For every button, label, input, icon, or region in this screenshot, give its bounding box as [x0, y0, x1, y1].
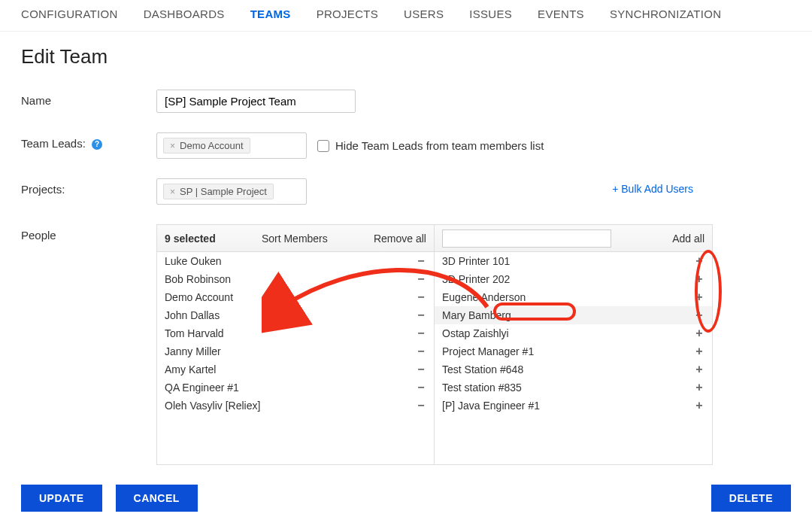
page-title: Edit Team: [21, 45, 791, 68]
member-name: Janny Miller: [165, 345, 221, 357]
remove-member-icon[interactable]: −: [416, 345, 426, 358]
selected-member-row[interactable]: Demo Account−: [157, 288, 434, 306]
team-name-input[interactable]: [156, 90, 356, 113]
label-team-leads: Team Leads: ?: [21, 132, 156, 150]
member-name: 3D Printer 202: [442, 273, 510, 285]
member-name: Test Station #648: [442, 363, 523, 375]
member-name: Mary Bamberg: [442, 309, 511, 321]
selected-member-row[interactable]: Oleh Vasyliv [Reliex]−: [157, 397, 434, 415]
bulk-add-users-link[interactable]: + Bulk Add Users: [612, 183, 693, 195]
member-name: Project Manager #1: [442, 345, 534, 357]
selected-members-pane: 9 selected Sort Members Remove all Luke …: [157, 225, 435, 464]
nav-item-users[interactable]: USERS: [404, 8, 444, 20]
member-name: Ostap Zaishlyi: [442, 327, 509, 339]
remove-member-icon[interactable]: −: [416, 381, 426, 394]
nav-item-synchronization[interactable]: SYNCHRONIZATION: [610, 8, 721, 20]
people-dual-list: 9 selected Sort Members Remove all Luke …: [156, 224, 713, 465]
remove-tag-icon[interactable]: ×: [170, 187, 175, 197]
add-all-link[interactable]: Add all: [672, 233, 704, 245]
nav-item-dashboards[interactable]: DASHBOARDS: [144, 8, 225, 20]
available-member-row[interactable]: Project Manager #1+: [435, 342, 712, 360]
add-member-icon[interactable]: +: [694, 290, 704, 304]
row-name: Name: [21, 90, 791, 113]
available-member-row[interactable]: Eugene Anderson+: [435, 288, 712, 306]
remove-tag-icon[interactable]: ×: [170, 141, 175, 151]
nav-item-issues[interactable]: ISSUES: [469, 8, 512, 20]
member-name: Amy Kartel: [165, 363, 216, 375]
add-member-icon[interactable]: +: [694, 381, 704, 394]
selected-member-row[interactable]: Janny Miller−: [157, 342, 434, 360]
remove-member-icon[interactable]: −: [416, 290, 426, 304]
available-member-row[interactable]: Test station #835+: [435, 378, 712, 397]
available-member-row[interactable]: Test Station #648+: [435, 360, 712, 378]
nav-item-events[interactable]: EVENTS: [538, 8, 584, 20]
selected-count: 9 selected: [165, 233, 216, 245]
add-member-icon[interactable]: +: [694, 399, 704, 412]
project-tag[interactable]: × SP | Sample Project: [163, 184, 274, 199]
add-member-icon[interactable]: +: [694, 272, 704, 286]
add-member-icon[interactable]: +: [694, 254, 704, 268]
remove-member-icon[interactable]: −: [416, 254, 426, 268]
nav-item-teams[interactable]: TEAMS: [250, 8, 291, 20]
add-member-icon[interactable]: +: [694, 345, 704, 358]
available-member-row[interactable]: Ostap Zaishlyi+: [435, 324, 712, 342]
remove-all-link[interactable]: Remove all: [374, 233, 426, 245]
selected-member-row[interactable]: John Dallas−: [157, 306, 434, 324]
selected-rows: Luke Ouken−Bob Robinson−Demo Account−Joh…: [157, 252, 434, 464]
selected-member-row[interactable]: Luke Ouken−: [157, 252, 434, 270]
member-name: John Dallas: [165, 309, 220, 321]
label-name: Name: [21, 90, 156, 107]
help-icon[interactable]: ?: [92, 139, 102, 150]
remove-member-icon[interactable]: −: [416, 272, 426, 286]
selected-member-row[interactable]: QA Engineer #1−: [157, 378, 434, 397]
top-nav: CONFIGURATIONDASHBOARDSTEAMSPROJECTSUSER…: [0, 0, 812, 32]
selected-member-row[interactable]: Tom Harvald−: [157, 324, 434, 342]
available-member-row[interactable]: [P] Java Engineer #1+: [435, 397, 712, 415]
add-member-icon[interactable]: +: [694, 327, 704, 340]
member-name: QA Engineer #1: [165, 382, 239, 394]
add-member-icon[interactable]: +: [694, 363, 704, 376]
member-name: Eugene Anderson: [442, 291, 526, 303]
row-team-leads: Team Leads: ? × Demo Account Hide Team L…: [21, 132, 791, 159]
nav-item-projects[interactable]: PROJECTS: [317, 8, 378, 20]
label-projects: Projects:: [21, 178, 156, 196]
available-member-row[interactable]: Mary Bamberg+: [435, 306, 712, 324]
remove-member-icon[interactable]: −: [416, 309, 426, 322]
available-member-row[interactable]: 3D Printer 202+: [435, 270, 712, 288]
member-name: [P] Java Engineer #1: [442, 400, 540, 412]
row-projects: Projects: × SP | Sample Project + Bulk A…: [21, 178, 791, 205]
selected-pane-header: 9 selected Sort Members Remove all: [157, 225, 434, 252]
add-member-icon[interactable]: +: [694, 309, 704, 322]
available-filter-input[interactable]: [442, 230, 611, 248]
projects-tagbox[interactable]: × SP | Sample Project: [156, 178, 307, 205]
team-leads-tagbox[interactable]: × Demo Account: [156, 132, 307, 159]
hide-leads-label: Hide Team Leads from team members list: [335, 139, 544, 152]
hide-leads-checkbox-wrap[interactable]: Hide Team Leads from team members list: [317, 139, 544, 152]
remove-member-icon[interactable]: −: [416, 399, 426, 412]
selected-member-row[interactable]: Amy Kartel−: [157, 360, 434, 378]
page-body: Edit Team Name Team Leads: ? × Demo Acco…: [0, 32, 812, 532]
available-rows: 3D Printer 101+3D Printer 202+Eugene And…: [435, 252, 712, 464]
update-button[interactable]: UPDATE: [21, 485, 102, 512]
member-name: Luke Ouken: [165, 255, 222, 267]
available-pane-header: Add all: [435, 225, 712, 252]
sort-members-link[interactable]: Sort Members: [262, 233, 328, 245]
nav-item-configuration[interactable]: CONFIGURATION: [21, 8, 118, 20]
row-people: People 9 selected Sort Members Remove al…: [21, 224, 791, 465]
hide-leads-checkbox[interactable]: [317, 140, 329, 152]
selected-member-row[interactable]: Bob Robinson−: [157, 270, 434, 288]
member-name: Bob Robinson: [165, 273, 231, 285]
remove-member-icon[interactable]: −: [416, 327, 426, 340]
delete-button[interactable]: DELETE: [711, 485, 791, 512]
member-name: Test station #835: [442, 382, 522, 394]
member-name: 3D Printer 101: [442, 255, 510, 267]
available-members-pane: Add all 3D Printer 101+3D Printer 202+Eu…: [435, 225, 712, 464]
remove-member-icon[interactable]: −: [416, 363, 426, 376]
footer-buttons: UPDATE CANCEL DELETE: [21, 485, 791, 512]
team-lead-tag[interactable]: × Demo Account: [163, 138, 250, 154]
member-name: Tom Harvald: [165, 327, 224, 339]
cancel-button[interactable]: CANCEL: [116, 485, 198, 512]
label-people: People: [21, 224, 156, 242]
member-name: Oleh Vasyliv [Reliex]: [165, 400, 260, 412]
available-member-row[interactable]: 3D Printer 101+: [435, 252, 712, 270]
